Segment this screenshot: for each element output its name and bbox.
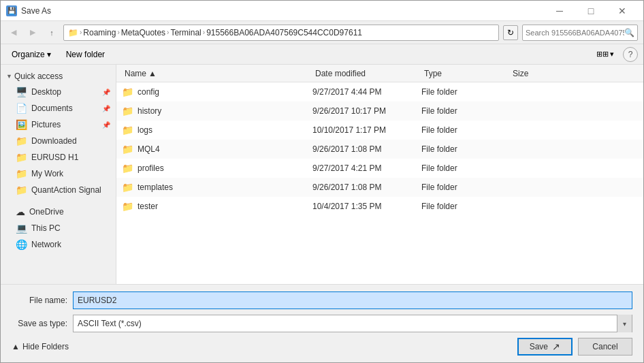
sidebar-item-mywork[interactable]: 📁 My Work: [1, 165, 116, 182]
sidebar-item-desktop[interactable]: 🖥️ Desktop 📌: [1, 84, 116, 100]
sidebar-item-network[interactable]: 🌐 Network: [1, 236, 116, 253]
new-folder-button[interactable]: New folder: [61, 47, 110, 62]
savetype-dropdown-arrow[interactable]: ▾: [617, 315, 632, 332]
table-row[interactable]: 📁 profiles 9/27/2017 4:21 PM File folder: [116, 159, 643, 178]
maximize-button[interactable]: □: [575, 1, 607, 21]
file-area: Name ▲ Date modified Type Size 📁 config: [116, 65, 643, 284]
folder-icon: 📁: [122, 182, 133, 193]
sidebar-item-pictures[interactable]: 🖼️ Pictures 📌: [1, 116, 116, 133]
quick-access-header[interactable]: ▼ Quick access: [1, 69, 116, 84]
file-cell-name: 📁 MQL4: [122, 144, 312, 155]
file-cell-type: File folder: [421, 144, 510, 154]
col-header-size[interactable]: Size: [510, 69, 564, 78]
folder-icon: 📁: [122, 144, 133, 155]
col-name-sort: ▲: [148, 69, 157, 78]
sidebar-item-quantaction-label: QuantAction Signal: [31, 185, 101, 195]
file-cell-name: 📁 tester: [122, 201, 312, 212]
search-input[interactable]: [526, 29, 624, 37]
breadcrumb-terminal[interactable]: Terminal: [170, 28, 201, 37]
pin-icon-desktop: 📌: [102, 89, 110, 96]
back-button[interactable]: ◀: [6, 25, 21, 40]
save-as-dialog: 💾 Save As ─ □ ✕ ◀ ▶ ↑ 📁 › Roaming › Meta…: [0, 0, 644, 363]
table-row[interactable]: 📁 tester 10/4/2017 1:35 PM File folder: [116, 197, 643, 216]
col-header-type[interactable]: Type: [421, 69, 510, 78]
search-box[interactable]: 🔍: [522, 25, 638, 41]
file-cell-type: File folder: [421, 163, 510, 173]
hide-folders-button[interactable]: ▲ Hide Folders: [12, 342, 69, 351]
address-toolbar: ◀ ▶ ↑ 📁 › Roaming › MetaQuotes › Termina…: [1, 21, 643, 44]
refresh-button[interactable]: ↻: [503, 25, 518, 40]
quantaction-folder-icon: 📁: [16, 185, 27, 195]
breadcrumb-metaquotes[interactable]: MetaQuotes: [121, 28, 165, 37]
cancel-button[interactable]: Cancel: [578, 338, 632, 356]
title-bar: 💾 Save As ─ □ ✕: [1, 1, 643, 21]
minimize-button[interactable]: ─: [544, 1, 575, 21]
file-cell-name: 📁 profiles: [122, 163, 312, 174]
thispc-icon: 💻: [16, 223, 27, 234]
view-button[interactable]: ⊞⊞ ▾: [592, 47, 619, 62]
sidebar-item-network-label: Network: [31, 240, 61, 249]
help-button[interactable]: ?: [623, 47, 638, 62]
col-type-label: Type: [424, 69, 442, 78]
network-icon: 🌐: [16, 239, 27, 250]
breadcrumb-bar[interactable]: 📁 › Roaming › MetaQuotes › Terminal › 91…: [63, 25, 499, 41]
sidebar-item-onedrive[interactable]: ☁ OneDrive: [1, 204, 116, 220]
sidebar-item-eurusd[interactable]: 📁 EURUSD H1: [1, 149, 116, 165]
savetype-value: ASCII Text (*.csv): [78, 319, 617, 328]
documents-icon: 📄: [16, 103, 27, 114]
breadcrumb-folder-icon: 📁: [68, 28, 78, 37]
quick-access-label: Quick access: [14, 72, 63, 81]
sidebar-item-thispc[interactable]: 💻 This PC: [1, 220, 116, 236]
table-row[interactable]: 📁 templates 9/26/2017 1:08 PM File folde…: [116, 178, 643, 197]
col-size-label: Size: [513, 69, 528, 78]
cursor-indicator: ↗: [552, 341, 560, 352]
table-row[interactable]: 📁 history 9/26/2017 10:17 PM File folder: [116, 101, 643, 121]
pin-icon-pictures: 📌: [102, 121, 110, 129]
file-cell-type: File folder: [421, 125, 510, 135]
savetype-label: Save as type:: [12, 319, 73, 328]
title-controls: ─ □ ✕: [544, 1, 638, 21]
file-cell-name: 📁 logs: [122, 125, 312, 136]
breadcrumb-folder-id[interactable]: 915566BA06ADA407569C544CC0D97611: [206, 28, 362, 37]
table-row[interactable]: 📁 MQL4 9/26/2017 1:08 PM File folder: [116, 140, 643, 159]
close-button[interactable]: ✕: [607, 1, 638, 21]
sidebar-item-downloaded[interactable]: 📁 Downloaded: [1, 133, 116, 149]
file-cell-name: 📁 config: [122, 86, 312, 97]
table-row[interactable]: 📁 config 9/27/2017 4:44 PM File folder: [116, 82, 643, 101]
file-cell-date: 10/4/2017 1:35 PM: [312, 202, 421, 211]
filename-input[interactable]: [73, 291, 632, 309]
secondary-toolbar: Organize ▾ New folder ⊞⊞ ▾ ?: [1, 44, 643, 65]
col-name-label: Name: [125, 69, 146, 78]
sidebar-item-downloaded-label: Downloaded: [31, 136, 77, 146]
file-cell-type: File folder: [421, 202, 510, 211]
desktop-icon: 🖥️: [16, 86, 27, 97]
sidebar-item-quantaction[interactable]: 📁 QuantAction Signal: [1, 182, 116, 198]
sidebar: ▼ Quick access 🖥️ Desktop 📌 📄 Documents …: [1, 65, 116, 284]
organize-button[interactable]: Organize ▾: [6, 47, 57, 62]
file-cell-type: File folder: [421, 183, 510, 192]
col-header-date[interactable]: Date modified: [312, 69, 421, 78]
search-icon: 🔍: [624, 28, 634, 37]
folder-icon: 📁: [122, 163, 133, 174]
pin-icon-documents: 📌: [102, 105, 110, 112]
col-date-label: Date modified: [315, 69, 366, 78]
up-button[interactable]: ↑: [44, 25, 59, 40]
breadcrumb-roaming[interactable]: Roaming: [83, 28, 116, 37]
organize-label: Organize: [12, 50, 45, 59]
title-bar-left: 💾 Save As: [6, 5, 51, 16]
forward-button[interactable]: ▶: [25, 25, 40, 40]
file-cell-date: 9/27/2017 4:21 PM: [312, 163, 421, 173]
action-row: ▲ Hide Folders Save ↗ Cancel: [12, 338, 632, 356]
sidebar-item-documents[interactable]: 📄 Documents 📌: [1, 100, 116, 116]
save-button[interactable]: Save ↗: [517, 338, 573, 356]
filename-label: File name:: [12, 296, 73, 305]
file-cell-date: 9/26/2017 1:08 PM: [312, 183, 421, 192]
file-cell-type: File folder: [421, 106, 510, 116]
col-header-name[interactable]: Name ▲: [122, 69, 312, 78]
file-cell-date: 9/26/2017 1:08 PM: [312, 144, 421, 154]
savetype-select[interactable]: ASCII Text (*.csv) ▾: [73, 315, 632, 332]
table-row[interactable]: 📁 logs 10/10/2017 1:17 PM File folder: [116, 121, 643, 140]
file-cell-name: 📁 history: [122, 106, 312, 116]
folder-icon: 📁: [122, 201, 133, 212]
organize-arrow: ▾: [47, 50, 51, 59]
